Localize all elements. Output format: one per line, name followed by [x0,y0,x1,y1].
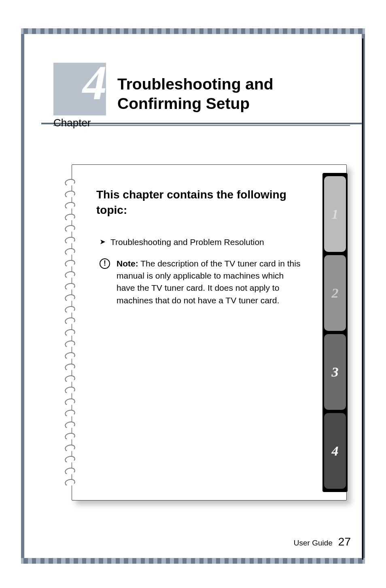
note-label: Note: [117,259,138,268]
footer-label: User Guide [294,539,333,548]
page-frame: 4 Chapter Troubleshooting and Confirming… [41,38,363,560]
chapter-number-box: 4 Chapter [53,63,106,115]
page-footer: User Guide 27 [294,535,351,548]
chapter-header: 4 Chapter Troubleshooting and Confirming… [41,38,362,124]
note-body: The description of the TV tuner card in … [117,259,300,305]
note-block: ! Note: The description of the TV tuner … [96,258,331,307]
chapter-label: Chapter [53,117,91,129]
note-text: Note: The description of the TV tuner ca… [117,258,303,307]
spiral-binding [65,179,76,486]
chevron-icon: ➤ [100,237,106,246]
tab-4[interactable]: 4 [324,413,346,489]
tab-3[interactable]: 3 [324,334,346,410]
alert-icon: ! [100,258,110,269]
header-underline [53,125,350,126]
tab-1[interactable]: 1 [324,176,346,252]
chapter-number: 4 [83,59,107,107]
topic-item: ➤ Troubleshooting and Problem Resolution [96,237,331,247]
page-number: 27 [338,535,351,548]
chapter-title: Troubleshooting and Confirming Setup [117,75,350,116]
content-card: 1 2 3 4 This chapter contains the follow… [72,164,347,501]
section-heading: This chapter contains the following topi… [96,187,331,218]
section-tabs: 1 2 3 4 [322,173,348,492]
tab-2[interactable]: 2 [324,255,346,331]
topic-text: Troubleshooting and Problem Resolution [110,237,264,247]
